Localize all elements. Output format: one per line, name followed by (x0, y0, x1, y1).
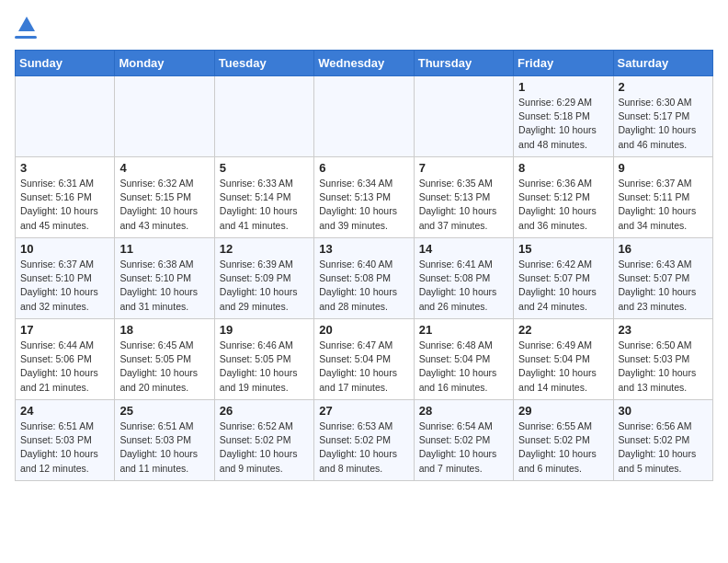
day-info: Sunrise: 6:50 AM Sunset: 5:03 PM Dayligh… (619, 339, 708, 395)
day-info: Sunrise: 6:36 AM Sunset: 5:12 PM Dayligh… (518, 177, 608, 233)
calendar-cell: 5Sunrise: 6:33 AM Sunset: 5:14 PM Daylig… (214, 157, 313, 238)
day-info: Sunrise: 6:55 AM Sunset: 5:02 PM Dayligh… (518, 419, 608, 476)
day-number: 17 (20, 323, 109, 337)
day-number: 8 (518, 161, 608, 175)
calendar-cell: 6Sunrise: 6:34 AM Sunset: 5:13 PM Daylig… (314, 157, 414, 238)
weekday-header: Saturday (613, 51, 712, 76)
day-info: Sunrise: 6:40 AM Sunset: 5:08 PM Dayligh… (319, 258, 408, 314)
day-number: 9 (619, 161, 708, 175)
day-number: 6 (319, 161, 408, 175)
calendar-cell (214, 76, 313, 157)
day-info: Sunrise: 6:43 AM Sunset: 5:07 PM Dayligh… (619, 258, 708, 314)
calendar-cell: 27Sunrise: 6:53 AM Sunset: 5:02 PM Dayli… (314, 400, 414, 481)
calendar-cell: 30Sunrise: 6:56 AM Sunset: 5:02 PM Dayli… (613, 400, 712, 481)
day-info: Sunrise: 6:34 AM Sunset: 5:13 PM Dayligh… (319, 177, 408, 233)
calendar-cell: 12Sunrise: 6:39 AM Sunset: 5:09 PM Dayli… (214, 238, 313, 319)
day-number: 15 (518, 242, 608, 256)
calendar-cell: 22Sunrise: 6:49 AM Sunset: 5:04 PM Dayli… (514, 319, 613, 400)
day-number: 29 (518, 404, 608, 418)
day-info: Sunrise: 6:46 AM Sunset: 5:05 PM Dayligh… (220, 339, 309, 395)
day-number: 28 (419, 404, 508, 418)
calendar-cell (314, 76, 414, 157)
day-number: 1 (518, 80, 608, 94)
calendar-cell: 21Sunrise: 6:48 AM Sunset: 5:04 PM Dayli… (414, 319, 513, 400)
calendar-cell: 10Sunrise: 6:37 AM Sunset: 5:10 PM Dayli… (16, 238, 115, 319)
weekday-header: Tuesday (214, 51, 313, 76)
calendar-cell: 26Sunrise: 6:52 AM Sunset: 5:02 PM Dayli… (214, 400, 313, 481)
day-info: Sunrise: 6:35 AM Sunset: 5:13 PM Dayligh… (419, 177, 508, 233)
day-number: 12 (220, 242, 309, 256)
weekday-header: Monday (115, 51, 214, 76)
day-info: Sunrise: 6:29 AM Sunset: 5:18 PM Dayligh… (518, 96, 608, 152)
day-info: Sunrise: 6:54 AM Sunset: 5:02 PM Dayligh… (419, 419, 508, 476)
svg-marker-0 (18, 17, 35, 31)
calendar-cell: 24Sunrise: 6:51 AM Sunset: 5:03 PM Dayli… (16, 400, 115, 481)
day-info: Sunrise: 6:44 AM Sunset: 5:06 PM Dayligh… (20, 339, 109, 395)
day-number: 25 (119, 404, 209, 418)
day-number: 30 (619, 404, 708, 418)
day-number: 27 (319, 404, 408, 418)
calendar-cell (414, 76, 513, 157)
calendar-cell: 3Sunrise: 6:31 AM Sunset: 5:16 PM Daylig… (16, 157, 115, 238)
day-number: 22 (518, 323, 608, 337)
day-info: Sunrise: 6:37 AM Sunset: 5:10 PM Dayligh… (20, 258, 109, 314)
day-info: Sunrise: 6:37 AM Sunset: 5:11 PM Dayligh… (619, 177, 708, 233)
calendar-cell: 25Sunrise: 6:51 AM Sunset: 5:03 PM Dayli… (115, 400, 214, 481)
calendar-cell: 23Sunrise: 6:50 AM Sunset: 5:03 PM Dayli… (613, 319, 712, 400)
day-number: 24 (20, 404, 109, 418)
calendar-cell: 14Sunrise: 6:41 AM Sunset: 5:08 PM Dayli… (414, 238, 513, 319)
day-info: Sunrise: 6:49 AM Sunset: 5:04 PM Dayligh… (518, 339, 608, 395)
calendar-cell: 29Sunrise: 6:55 AM Sunset: 5:02 PM Dayli… (514, 400, 613, 481)
day-number: 13 (319, 242, 408, 256)
day-info: Sunrise: 6:53 AM Sunset: 5:02 PM Dayligh… (319, 419, 408, 476)
day-info: Sunrise: 6:39 AM Sunset: 5:09 PM Dayligh… (220, 258, 309, 314)
day-info: Sunrise: 6:51 AM Sunset: 5:03 PM Dayligh… (119, 419, 209, 476)
calendar-cell: 20Sunrise: 6:47 AM Sunset: 5:04 PM Dayli… (314, 319, 414, 400)
day-number: 10 (20, 242, 109, 256)
day-info: Sunrise: 6:47 AM Sunset: 5:04 PM Dayligh… (319, 339, 408, 395)
calendar-cell: 13Sunrise: 6:40 AM Sunset: 5:08 PM Dayli… (314, 238, 414, 319)
calendar-cell: 9Sunrise: 6:37 AM Sunset: 5:11 PM Daylig… (613, 157, 712, 238)
calendar-cell: 16Sunrise: 6:43 AM Sunset: 5:07 PM Dayli… (613, 238, 712, 319)
day-number: 14 (419, 242, 508, 256)
calendar-week-row: 3Sunrise: 6:31 AM Sunset: 5:16 PM Daylig… (16, 157, 713, 238)
day-info: Sunrise: 6:45 AM Sunset: 5:05 PM Dayligh… (119, 339, 209, 395)
weekday-header: Thursday (414, 51, 513, 76)
calendar-week-row: 1Sunrise: 6:29 AM Sunset: 5:18 PM Daylig… (16, 76, 713, 157)
weekday-header: Sunday (16, 51, 115, 76)
calendar-cell (16, 76, 115, 157)
calendar-cell: 19Sunrise: 6:46 AM Sunset: 5:05 PM Dayli… (214, 319, 313, 400)
day-number: 23 (619, 323, 708, 337)
calendar-week-row: 24Sunrise: 6:51 AM Sunset: 5:03 PM Dayli… (16, 400, 713, 481)
day-number: 26 (220, 404, 309, 418)
calendar-cell: 1Sunrise: 6:29 AM Sunset: 5:18 PM Daylig… (514, 76, 613, 157)
day-number: 11 (119, 242, 209, 256)
calendar-cell: 11Sunrise: 6:38 AM Sunset: 5:10 PM Dayli… (115, 238, 214, 319)
day-info: Sunrise: 6:33 AM Sunset: 5:14 PM Dayligh… (220, 177, 309, 233)
day-number: 3 (20, 161, 109, 175)
day-number: 2 (619, 80, 708, 94)
calendar-header: SundayMondayTuesdayWednesdayThursdayFrid… (16, 51, 713, 76)
day-number: 20 (319, 323, 408, 337)
calendar-cell: 7Sunrise: 6:35 AM Sunset: 5:13 PM Daylig… (414, 157, 513, 238)
calendar-week-row: 10Sunrise: 6:37 AM Sunset: 5:10 PM Dayli… (16, 238, 713, 319)
day-number: 5 (220, 161, 309, 175)
day-info: Sunrise: 6:48 AM Sunset: 5:04 PM Dayligh… (419, 339, 508, 395)
day-info: Sunrise: 6:51 AM Sunset: 5:03 PM Dayligh… (20, 419, 109, 476)
day-info: Sunrise: 6:38 AM Sunset: 5:10 PM Dayligh… (119, 258, 209, 314)
day-info: Sunrise: 6:56 AM Sunset: 5:02 PM Dayligh… (619, 419, 708, 476)
day-number: 21 (419, 323, 508, 337)
day-number: 7 (419, 161, 508, 175)
day-info: Sunrise: 6:42 AM Sunset: 5:07 PM Dayligh… (518, 258, 608, 314)
weekday-header: Friday (514, 51, 613, 76)
calendar-cell: 4Sunrise: 6:32 AM Sunset: 5:15 PM Daylig… (115, 157, 214, 238)
calendar-cell (115, 76, 214, 157)
day-info: Sunrise: 6:31 AM Sunset: 5:16 PM Dayligh… (20, 177, 109, 233)
calendar-cell: 8Sunrise: 6:36 AM Sunset: 5:12 PM Daylig… (514, 157, 613, 238)
calendar-cell: 18Sunrise: 6:45 AM Sunset: 5:05 PM Dayli… (115, 319, 214, 400)
day-number: 18 (119, 323, 209, 337)
logo-icon (17, 15, 37, 35)
calendar-cell: 17Sunrise: 6:44 AM Sunset: 5:06 PM Dayli… (16, 319, 115, 400)
calendar-table: SundayMondayTuesdayWednesdayThursdayFrid… (15, 50, 713, 481)
day-info: Sunrise: 6:30 AM Sunset: 5:17 PM Dayligh… (619, 96, 708, 152)
